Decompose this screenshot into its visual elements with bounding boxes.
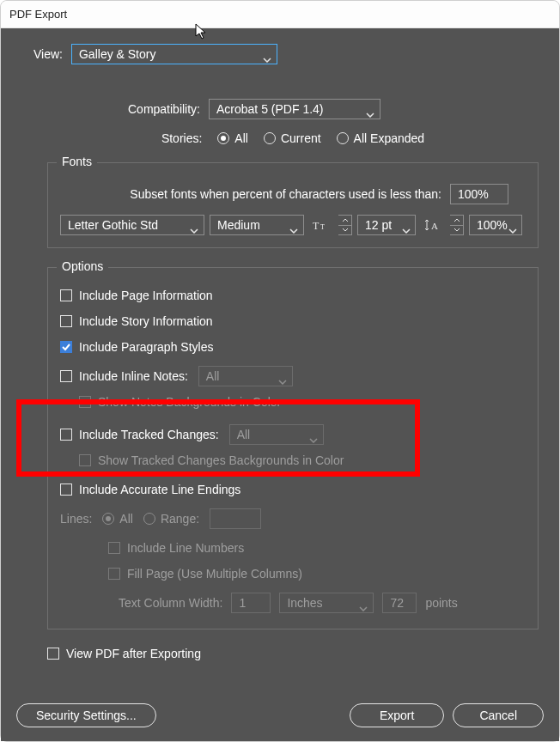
- radio-icon: [337, 132, 349, 144]
- svg-text:A: A: [431, 221, 438, 231]
- radio-icon: [102, 513, 114, 525]
- options-fieldset: Options Include Page Information Include…: [47, 267, 539, 629]
- include-accurate-endings-checkbox[interactable]: Include Accurate Line Endings: [60, 483, 526, 496]
- chevron-down-icon: [309, 432, 318, 437]
- view-after-export-checkbox[interactable]: View PDF after Exporting: [47, 647, 544, 660]
- checkbox-icon: [79, 396, 91, 408]
- radio-icon: [143, 513, 155, 525]
- options-legend: Options: [57, 259, 108, 273]
- radio-icon: [264, 132, 276, 144]
- chevron-down-icon: [289, 222, 298, 228]
- leading-spinner[interactable]: [450, 215, 464, 235]
- text-col-width-input: 1: [231, 593, 271, 613]
- export-button[interactable]: Export: [350, 703, 444, 727]
- show-tracked-changes-bg-checkbox: Show Tracked Changes Backgrounds in Colo…: [79, 453, 526, 467]
- compatibility-dropdown[interactable]: Acrobat 5 (PDF 1.4): [209, 99, 380, 119]
- lines-all-radio: All: [102, 512, 133, 526]
- text-col-unit-dropdown: Inches: [279, 593, 374, 613]
- include-tracked-changes-checkbox[interactable]: Include Tracked Changes:: [60, 428, 219, 441]
- chevron-down-icon: [263, 52, 271, 57]
- fill-page-checkbox: Fill Page (Use Multiple Columns): [108, 567, 526, 581]
- dialog-body: View: Galley & Story Compatibility: Acro…: [1, 28, 559, 741]
- inline-notes-dropdown: All: [198, 366, 293, 386]
- stories-all-expanded-radio[interactable]: All Expanded: [337, 131, 425, 145]
- text-col-width-label: Text Column Width:: [119, 596, 222, 610]
- font-weight-dropdown[interactable]: Medium: [210, 215, 304, 235]
- checkbox-icon: [60, 484, 72, 496]
- include-story-info-checkbox[interactable]: Include Story Information: [60, 314, 526, 328]
- view-dropdown[interactable]: Galley & Story: [71, 44, 277, 64]
- chevron-down-icon: [359, 600, 368, 605]
- security-settings-button[interactable]: Security Settings...: [16, 703, 156, 727]
- view-label: View:: [33, 47, 63, 61]
- checkbox-icon: [60, 341, 72, 353]
- leading-icon: A: [421, 215, 445, 235]
- include-inline-notes-checkbox[interactable]: Include Inline Notes:: [60, 369, 188, 383]
- checkbox-icon: [79, 454, 91, 466]
- checkbox-icon: [108, 568, 120, 580]
- include-line-numbers-checkbox: Include Line Numbers: [108, 541, 526, 555]
- window-title: PDF Export: [9, 8, 67, 21]
- titlebar: PDF Export: [1, 1, 559, 28]
- lines-label: Lines:: [60, 512, 92, 526]
- stories-all-radio[interactable]: All: [217, 131, 248, 145]
- font-size-dropdown[interactable]: 12 pt: [357, 215, 416, 235]
- chevron-down-icon: [278, 374, 287, 379]
- checkbox-icon: [47, 648, 59, 660]
- lines-range-input: [210, 508, 261, 529]
- cancel-button[interactable]: Cancel: [453, 703, 544, 727]
- font-size-spinner[interactable]: [338, 215, 352, 235]
- include-paragraph-styles-checkbox[interactable]: Include Paragraph Styles: [60, 340, 526, 354]
- include-page-info-checkbox[interactable]: Include Page Information: [60, 289, 526, 302]
- footer: Security Settings... Export Cancel: [1, 690, 559, 741]
- checkbox-icon: [60, 429, 72, 441]
- chevron-down-icon: [508, 222, 517, 228]
- radio-icon: [217, 132, 229, 144]
- font-size-icon: TT: [309, 215, 333, 235]
- points-label: points: [425, 596, 457, 610]
- chevron-down-icon: [190, 222, 198, 228]
- checkbox-icon: [60, 289, 72, 301]
- leading-dropdown[interactable]: 100%: [469, 215, 522, 235]
- svg-text:T: T: [313, 220, 320, 232]
- fonts-legend: Fonts: [57, 155, 97, 168]
- subset-label: Subset fonts when percent of characters …: [130, 187, 441, 201]
- checkbox-icon: [60, 315, 72, 327]
- stories-label: Stories:: [161, 131, 202, 145]
- text-col-points-input: 72: [382, 593, 417, 613]
- subset-input[interactable]: 100%: [450, 184, 508, 204]
- tracked-changes-dropdown: All: [229, 424, 324, 445]
- font-family-dropdown[interactable]: Letter Gothic Std: [60, 215, 204, 235]
- compatibility-label: Compatibility:: [128, 102, 200, 116]
- content-area: View: Galley & Story Compatibility: Acro…: [1, 28, 559, 690]
- lines-range-radio: Range:: [143, 512, 199, 526]
- svg-text:T: T: [320, 223, 325, 231]
- show-notes-bg-checkbox: Show Notes Backgrounds in Color: [79, 395, 526, 409]
- chevron-down-icon: [402, 222, 411, 228]
- pdf-export-dialog: PDF Export View: Galley & Story Compatib…: [0, 0, 560, 742]
- stories-current-radio[interactable]: Current: [264, 131, 321, 145]
- fonts-fieldset: Fonts Subset fonts when percent of chara…: [47, 162, 539, 248]
- chevron-down-icon: [366, 106, 374, 112]
- checkbox-icon: [60, 370, 72, 382]
- checkbox-icon: [108, 542, 120, 554]
